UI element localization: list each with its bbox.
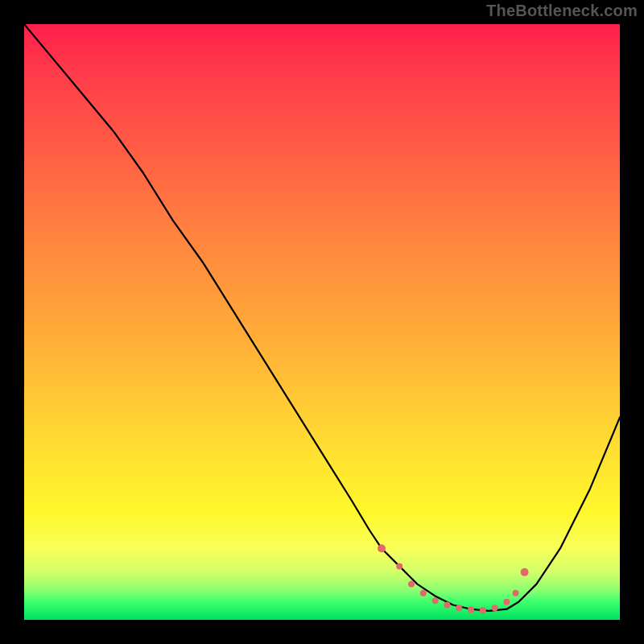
bottleneck-curve bbox=[24, 24, 620, 611]
valley-marker bbox=[432, 597, 439, 604]
valley-markers bbox=[378, 544, 529, 613]
valley-marker bbox=[521, 568, 529, 576]
valley-marker bbox=[444, 602, 450, 609]
valley-marker bbox=[420, 590, 427, 597]
valley-marker bbox=[468, 606, 474, 613]
valley-marker bbox=[456, 605, 462, 611]
curve-svg bbox=[24, 24, 620, 620]
valley-marker bbox=[378, 544, 386, 552]
valley-marker bbox=[503, 599, 510, 605]
valley-marker bbox=[492, 605, 498, 611]
chart-frame: TheBottleneck.com bbox=[0, 0, 644, 644]
watermark-text: TheBottleneck.com bbox=[486, 2, 638, 20]
plot-area bbox=[24, 24, 620, 620]
valley-marker bbox=[513, 590, 519, 597]
valley-marker bbox=[396, 563, 402, 569]
valley-marker bbox=[480, 607, 486, 613]
valley-marker bbox=[408, 581, 415, 588]
